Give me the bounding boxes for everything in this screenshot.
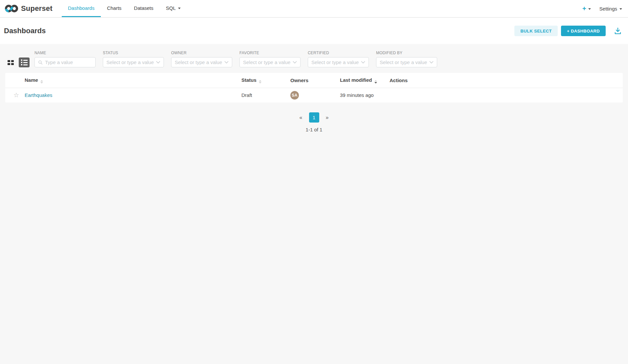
filter-bar: NAME STATUS Select or type a value OWNE [5, 44, 623, 67]
favorite-filter-select[interactable]: Select or type a value [239, 57, 301, 67]
chevron-down-icon [429, 61, 434, 64]
avatar: SA [290, 91, 299, 100]
chevron-down-icon [293, 61, 297, 64]
column-header-last-modified[interactable]: Last modified [340, 73, 390, 88]
settings-menu-button[interactable]: Settings [599, 6, 622, 11]
new-dashboard-button[interactable]: + DASHBOARD [561, 26, 606, 36]
sort-icon [259, 80, 261, 83]
grid-view-icon [8, 60, 14, 65]
content-area: NAME STATUS Select or type a value OWNE [0, 44, 628, 364]
column-header-actions: Actions [390, 73, 623, 88]
dashboards-table-card: Name Status Owners Last modified Actions [5, 73, 623, 102]
chevron-down-icon [588, 8, 591, 10]
nav-item-dashboards[interactable]: Dashboards [62, 0, 101, 17]
sort-icon [40, 80, 43, 83]
page-title: Dashboards [4, 27, 46, 35]
nav-item-label: SQL [166, 5, 176, 11]
nav-item-charts[interactable]: Charts [101, 0, 128, 17]
filter-owner: OWNER Select or type a value [171, 51, 232, 67]
column-header-status[interactable]: Status [241, 73, 290, 88]
owners-cell: SA [290, 88, 340, 102]
owner-filter-select[interactable]: Select or type a value [171, 57, 232, 67]
column-label: Status [241, 77, 257, 83]
page-1-button[interactable]: 1 [309, 112, 319, 123]
column-label: Owners [290, 78, 308, 83]
favorite-star-icon[interactable]: ☆ [13, 92, 19, 98]
nav-item-sql[interactable]: SQL [160, 0, 187, 17]
filter-label: NAME [34, 51, 96, 55]
search-icon [38, 60, 43, 65]
plus-icon: + [582, 5, 586, 12]
nav-right: + Settings [582, 0, 622, 17]
main-nav: Dashboards Charts Datasets SQL [62, 0, 187, 17]
table-header-row: Name Status Owners Last modified Actions [5, 73, 623, 88]
pagination-summary: 1-1 of 1 [306, 127, 323, 132]
filter-label: STATUS [103, 51, 164, 55]
name-filter-input[interactable] [45, 59, 92, 65]
certified-filter-select[interactable]: Select or type a value [308, 57, 369, 67]
list-view-icon [21, 59, 28, 65]
select-placeholder: Select or type a value [175, 59, 222, 65]
header-actions: BULK SELECT + DASHBOARD [514, 26, 622, 36]
favorite-column-header [5, 73, 25, 88]
dashboards-table: Name Status Owners Last modified Actions [5, 73, 623, 102]
view-toggles [5, 57, 30, 67]
nav-item-label: Dashboards [68, 5, 95, 11]
brand-name: Superset [21, 4, 53, 13]
filter-name: NAME [34, 51, 96, 67]
chevron-down-icon [361, 61, 365, 64]
column-label: Actions [390, 78, 408, 83]
column-label: Name [25, 77, 38, 83]
name-search-box [34, 57, 96, 67]
page-header: Dashboards BULK SELECT + DASHBOARD [0, 18, 628, 44]
filter-certified: CERTIFIED Select or type a value [308, 51, 369, 67]
last-modified-cell: 39 minutes ago [340, 88, 390, 102]
import-dashboards-button[interactable] [614, 27, 622, 35]
sort-desc-icon [374, 80, 377, 83]
column-label: Last modified [340, 77, 372, 83]
modified-by-filter-select[interactable]: Select or type a value [376, 57, 437, 67]
table-row: ☆ Earthquakes Draft SA 39 minutes ago [5, 88, 623, 102]
nav-item-label: Charts [107, 5, 122, 11]
list-view-button[interactable] [19, 57, 30, 67]
top-nav: Superset Dashboards Charts Datasets SQL … [0, 0, 628, 18]
filter-label: FAVORITE [239, 51, 301, 55]
superset-logo[interactable]: Superset [5, 0, 53, 17]
pagination: « 1 » [298, 112, 331, 123]
chevron-down-icon [619, 8, 622, 10]
status-filter-select[interactable]: Select or type a value [103, 57, 164, 67]
superset-infinity-icon [5, 4, 18, 13]
settings-label: Settings [599, 6, 617, 11]
new-item-menu-button[interactable]: + [582, 5, 591, 12]
pagination-area: « 1 » 1-1 of 1 [5, 112, 623, 132]
filter-label: OWNER [171, 51, 232, 55]
select-placeholder: Select or type a value [380, 59, 427, 65]
filter-status: STATUS Select or type a value [103, 51, 164, 67]
filter-modified-by: MODIFIED BY Select or type a value [376, 51, 437, 67]
column-header-owners: Owners [290, 73, 340, 88]
actions-cell [390, 88, 623, 102]
chevron-down-icon [178, 8, 181, 9]
select-placeholder: Select or type a value [311, 59, 359, 65]
filter-favorite: FAVORITE Select or type a value [239, 51, 301, 67]
bulk-select-button[interactable]: BULK SELECT [514, 26, 557, 36]
select-placeholder: Select or type a value [106, 59, 154, 65]
column-header-name[interactable]: Name [25, 73, 241, 88]
filter-label: MODIFIED BY [376, 51, 437, 55]
dashboard-link[interactable]: Earthquakes [25, 92, 52, 98]
status-cell: Draft [241, 88, 290, 102]
previous-page-button[interactable]: « [298, 113, 304, 122]
chevron-down-icon [156, 61, 160, 64]
next-page-button[interactable]: » [324, 113, 331, 122]
download-icon [614, 27, 622, 35]
card-view-button[interactable] [5, 57, 16, 67]
chevron-down-icon [224, 61, 229, 64]
select-placeholder: Select or type a value [243, 59, 290, 65]
dashboard-name-cell: Earthquakes [25, 88, 241, 102]
favorite-cell: ☆ [5, 88, 25, 102]
nav-item-datasets[interactable]: Datasets [128, 0, 160, 17]
nav-item-label: Datasets [134, 5, 153, 11]
filter-label: CERTIFIED [308, 51, 369, 55]
